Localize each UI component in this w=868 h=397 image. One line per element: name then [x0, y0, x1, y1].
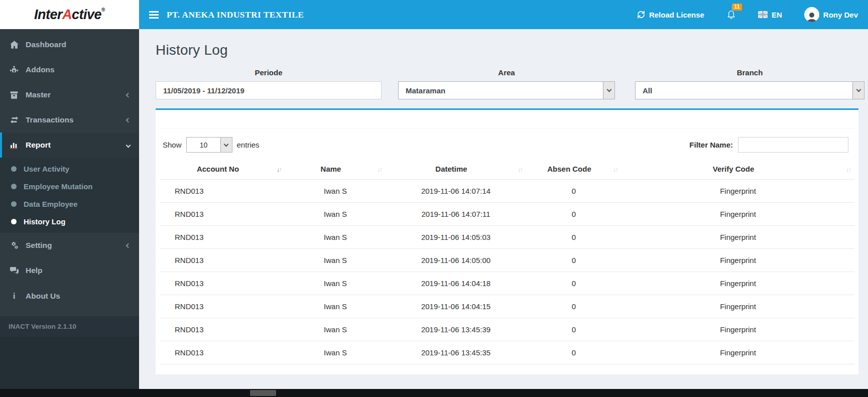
cell-verify-code: Fingerprint: [622, 180, 854, 203]
filter-name-input[interactable]: [738, 137, 848, 153]
table-row: RND013Iwan S2019-11-06 14:04:180Fingerpr…: [160, 272, 854, 295]
cell-name: Iwan S: [285, 249, 386, 272]
sidebar-item-label: Report: [26, 141, 51, 150]
submenu-item-data-employee[interactable]: Data Employee: [0, 195, 139, 213]
scrollbar-thumb[interactable]: [250, 390, 276, 396]
sidebar-item-about-us[interactable]: i About Us: [0, 283, 139, 309]
chevron-left-icon: [126, 243, 131, 248]
select-arrow-button[interactable]: [603, 82, 614, 99]
sidebar-filler: [0, 337, 139, 397]
cell-account-no: RND013: [160, 226, 285, 249]
entries-label: entries: [237, 141, 260, 149]
submenu-item-label: Data Employee: [24, 200, 78, 208]
cell-datetime: 2019-11-06 13:45:35: [386, 341, 526, 364]
sort-icon: ↓↑: [277, 165, 281, 173]
table-controls: Show 10 entries Filter Name:: [163, 137, 851, 153]
column-label: Name: [321, 165, 341, 173]
user-avatar: [804, 7, 819, 22]
reload-license-button[interactable]: Reload License: [637, 11, 704, 19]
area-label: Area: [398, 68, 615, 77]
area-filter: Area Mataraman: [398, 68, 615, 99]
cell-account-no: RND013: [160, 341, 285, 364]
cell-account-no: RND013: [160, 249, 285, 272]
page-length-select[interactable]: 10: [186, 137, 232, 153]
column-header-verify-code[interactable]: Verify Code↓↑: [622, 159, 854, 180]
notifications-button[interactable]: 11: [726, 10, 736, 20]
column-header-name[interactable]: Name↓↑: [285, 159, 386, 180]
submenu-item-history-log[interactable]: History Log: [0, 213, 139, 230]
submenu-item-employee-mutation[interactable]: Employee Mutation: [0, 178, 139, 195]
user-menu[interactable]: Rony Dev: [804, 7, 858, 22]
top-navbar: PT. ANEKA INDUSTRI TEXTILE Reload Licens…: [139, 0, 868, 29]
column-label: Account No: [197, 165, 239, 173]
cell-datetime: 2019-11-06 14:05:03: [386, 226, 526, 249]
column-header-absen-code[interactable]: Absen Code↓↑: [526, 159, 622, 180]
sort-icon: ↓↑: [518, 165, 522, 173]
horizontal-scrollbar[interactable]: [0, 389, 868, 397]
hamburger-menu-icon[interactable]: [149, 11, 159, 19]
logo-part-2: ctive: [72, 7, 101, 22]
chevron-down-icon: [606, 87, 611, 92]
sidebar-item-label: Help: [26, 266, 43, 275]
sort-icon: ↓↑: [377, 165, 382, 173]
select-arrow-button[interactable]: [220, 138, 232, 152]
app-window: InterActive® Dashboard Addons Master: [0, 0, 868, 397]
periode-label: Periode: [156, 68, 382, 77]
sidebar-item-dashboard[interactable]: Dashboard: [0, 32, 139, 57]
column-header-datetime[interactable]: Datetime↓↑: [386, 159, 526, 180]
bar-chart-icon: [9, 142, 19, 149]
area-select[interactable]: Mataraman: [398, 81, 615, 99]
cell-account-no: RND013: [160, 180, 285, 203]
sidebar-item-transactions[interactable]: Transactions: [0, 107, 139, 133]
cell-verify-code: Fingerprint: [622, 203, 854, 226]
sidebar-item-setting[interactable]: Setting: [0, 233, 139, 258]
bullet-icon: [11, 184, 17, 189]
sidebar-item-help[interactable]: Help: [0, 258, 139, 283]
filter-name-label: Filter Name:: [689, 141, 733, 149]
table-row: RND013Iwan S2019-11-06 13:45:390Fingerpr…: [160, 318, 854, 341]
cell-absen-code: 0: [526, 341, 622, 364]
column-label: Verify Code: [713, 165, 755, 173]
column-header-account-no[interactable]: Account No↓↑: [160, 159, 285, 180]
cell-absen-code: 0: [526, 295, 622, 318]
cell-absen-code: 0: [526, 318, 622, 341]
branch-select[interactable]: All: [635, 81, 864, 99]
select-arrow-button[interactable]: [852, 82, 864, 99]
sidebar-item-label: Addons: [26, 65, 55, 74]
cell-name: Iwan S: [285, 295, 386, 318]
table-row: RND013Iwan S2019-11-06 13:45:350Fingerpr…: [160, 341, 854, 364]
company-title: PT. ANEKA INDUSTRI TEXTILE: [167, 10, 304, 20]
submenu-item-user-activity[interactable]: User Activity: [0, 160, 139, 178]
cell-verify-code: Fingerprint: [622, 272, 854, 295]
name-filter-control: Filter Name:: [689, 137, 851, 153]
app-version-label: INACT Version 2.1.10: [0, 316, 139, 337]
cell-verify-code: Fingerprint: [622, 226, 854, 249]
cell-account-no: RND013: [160, 272, 285, 295]
sidebar-item-label: Master: [26, 90, 51, 99]
filter-bar: Periode Area Mataraman Branch All: [156, 68, 864, 99]
reload-license-label: Reload License: [649, 11, 704, 19]
sort-icon: ↓↑: [846, 165, 850, 173]
sidebar-item-report[interactable]: Report: [0, 133, 139, 158]
bullet-icon: [11, 201, 17, 207]
area-selected-value: Mataraman: [406, 86, 445, 95]
cell-name: Iwan S: [285, 226, 386, 249]
sort-icon: ↓↑: [613, 165, 617, 173]
registered-mark: ®: [101, 7, 105, 13]
chevron-left-icon: [126, 92, 131, 97]
column-label: Absen Code: [547, 165, 591, 173]
sidebar-item-addons[interactable]: Addons: [0, 57, 139, 82]
sidebar-item-label: Setting: [26, 241, 52, 250]
sidebar-item-master[interactable]: Master: [0, 82, 139, 107]
puzzle-icon: [9, 66, 19, 74]
cell-absen-code: 0: [526, 272, 622, 295]
language-selector[interactable]: EN: [758, 11, 782, 19]
cell-name: Iwan S: [285, 272, 386, 295]
cell-absen-code: 0: [526, 203, 622, 226]
periode-daterange-input[interactable]: [156, 81, 382, 99]
report-submenu: User Activity Employee Mutation Data Emp…: [0, 158, 139, 233]
cell-absen-code: 0: [526, 226, 622, 249]
cell-name: Iwan S: [285, 318, 386, 341]
refresh-icon: [637, 11, 645, 19]
bullet-icon: [11, 219, 17, 224]
